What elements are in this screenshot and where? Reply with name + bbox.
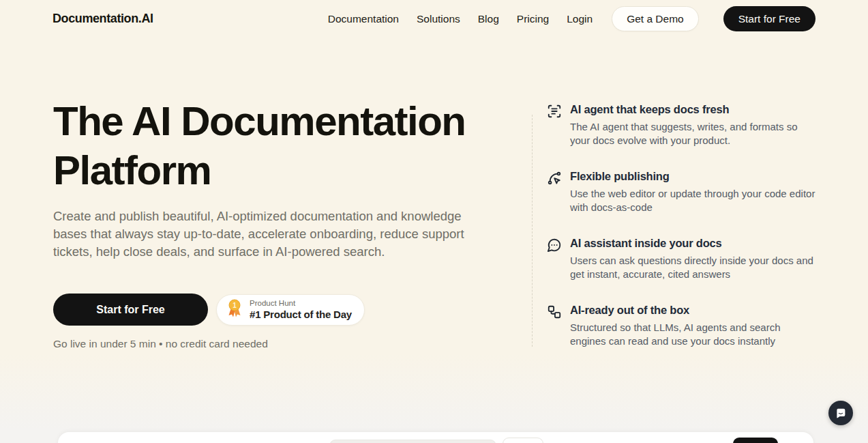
bottom-section-card (58, 432, 813, 443)
connected-nodes-icon (547, 304, 562, 319)
intercom-chat-icon (835, 407, 847, 419)
logo[interactable]: Documentation.AI (53, 12, 153, 26)
hero-description: Create and publish beautiful, AI-optimiz… (53, 208, 483, 261)
feature-ai-assistant: AI assistant inside your docs Users can … (547, 237, 820, 281)
hero-footnote: Go live in under 5 min • no credit card … (53, 338, 268, 350)
nav-documentation[interactable]: Documentation (328, 13, 399, 25)
bottom-search-input[interactable] (329, 440, 496, 443)
header-start-free-button[interactable]: Start for Free (723, 6, 815, 31)
scan-text-icon (547, 104, 562, 119)
landing-page: Documentation.AI Documentation Solutions… (0, 0, 868, 443)
feature-ai-ready: AI-ready out of the box Structured so th… (547, 304, 820, 348)
spline-pointer-icon (547, 171, 562, 186)
chat-bubble-dots-icon (547, 238, 562, 253)
page-title: The AI DocumentationPlatform (53, 97, 465, 195)
product-hunt-source: Product Hunt (250, 300, 352, 308)
product-hunt-award: #1 Product of the Day (250, 309, 352, 319)
header: Documentation.AI Documentation Solutions… (0, 0, 868, 38)
hero-start-free-button[interactable]: Start for Free (53, 294, 208, 326)
get-demo-button[interactable]: Get a Demo (612, 6, 699, 31)
page-title-line1: The AI Documentation (53, 98, 465, 144)
page-title-line2: Platform (53, 147, 211, 193)
nav-blog[interactable]: Blog (478, 13, 499, 25)
nav-solutions[interactable]: Solutions (417, 13, 460, 25)
feature-title: AI assistant inside your docs (570, 237, 820, 250)
main-nav: Documentation Solutions Blog Pricing Log… (328, 6, 815, 31)
bottom-cta-button[interactable] (733, 438, 778, 443)
chat-launcher-button[interactable] (828, 401, 853, 425)
feature-title: AI agent that keeps docs fresh (570, 103, 820, 116)
product-hunt-medal-icon: 1 (226, 298, 243, 321)
feature-description: The AI agent that suggests, writes, and … (570, 120, 817, 147)
feature-description: Users can ask questions directly inside … (570, 254, 817, 281)
product-hunt-text: Product Hunt #1 Product of the Day (250, 300, 352, 320)
feature-description: Use the web editor or update through you… (570, 187, 817, 214)
features-divider (532, 115, 533, 347)
nav-pricing[interactable]: Pricing (517, 13, 549, 25)
nav-login[interactable]: Login (567, 13, 593, 25)
feature-flexible-publishing: Flexible publishing Use the web editor o… (547, 170, 820, 214)
feature-docs-fresh: AI agent that keeps docs fresh The AI ag… (547, 103, 820, 147)
feature-title: AI-ready out of the box (570, 304, 820, 317)
bottom-secondary-button[interactable] (503, 438, 543, 443)
feature-description: Structured so that LLMs, AI agents and s… (570, 321, 817, 348)
feature-title: Flexible publishing (570, 170, 820, 183)
product-hunt-badge[interactable]: 1 Product Hunt #1 Product of the Day (216, 294, 365, 326)
hero-cta-row: Start for Free 1 Product Hunt #1 Product… (53, 294, 365, 326)
svg-text:1: 1 (233, 302, 237, 309)
